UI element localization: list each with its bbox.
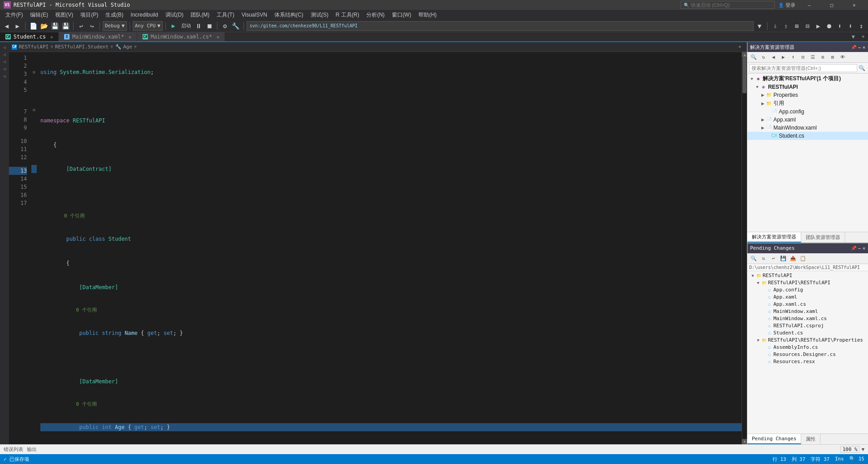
menu-build[interactable]: 生成(B) [102,10,127,20]
editor-nav-project[interactable]: RESTfulAPI [19,44,48,50]
maximize-button[interactable]: □ [821,0,842,10]
run-button[interactable]: ▶ [169,21,178,31]
tab-close-student-cs[interactable]: ✕ [50,35,53,39]
solution-explorer-search-input[interactable] [749,64,857,72]
toolbar-redo[interactable]: ↪ [87,21,97,31]
menu-architecture[interactable]: 体系结构(C) [271,10,307,20]
se-btn-preview[interactable]: 👁 [838,53,847,62]
gutter-icon-4[interactable]: ◁ [1,65,8,72]
menu-tools[interactable]: 工具(T) [213,10,238,20]
tree-item-solution[interactable]: ▼ ■ 解决方案'RESTfulAPI'(1 个项目) [747,74,868,83]
toolbar-save[interactable]: 💾 [50,21,60,31]
tree-item-properties[interactable]: ▶ 📁 Properties [747,91,868,99]
editor-nav-member-label[interactable]: Age [123,44,132,50]
toolbar-extra2[interactable]: ⇧ [781,21,791,31]
gutter-icon-2[interactable]: ◁ [1,51,8,57]
run-label[interactable]: 启动 [179,22,193,29]
scroll-down[interactable]: ▼ [742,439,747,444]
menu-r-tools[interactable]: R 工具(R) [332,10,363,20]
close-button[interactable]: ✕ [844,0,864,10]
output-label[interactable]: 输出 [27,446,37,453]
quick-launch-input[interactable] [691,2,772,8]
debug-config-dropdown[interactable]: Debug ▼ [103,21,127,31]
zoom-dropdown-icon[interactable]: ▼ [861,447,864,452]
stop-button[interactable]: ⏹ [204,21,214,31]
editor-expand-button[interactable]: + [735,43,744,52]
toolbar-open[interactable]: 📂 [39,21,49,31]
se-btn-back[interactable]: ◀ [769,53,778,62]
scroll-up[interactable]: ▲ [742,52,747,57]
p-btn-1[interactable]: 🔍 [749,254,758,263]
editor-nav-class[interactable]: RESTfulAPI.Student [55,44,108,50]
code-area[interactable]: 1 2 3 4 5 7 8 9 10 11 12 13 14 15 16 17 [9,52,747,444]
se-tab-solution[interactable]: 解决方案资源管理器 [747,232,801,243]
zoom-level[interactable]: 100 % [840,446,859,453]
toolbar-more1[interactable]: ⚙ [220,21,230,31]
menu-incredibuild[interactable]: Incredibuild [127,10,161,20]
toolbar-extra7[interactable]: ⬆ [835,21,845,31]
error-list-label[interactable]: 错误列表 [4,446,23,453]
toolbar-extra6[interactable]: ⏺ [824,21,834,31]
se-btn-up[interactable]: ⬆ [789,53,798,62]
p-btn-5[interactable]: 📤 [789,254,798,263]
toolbar-extra1[interactable]: ⇩ [770,21,780,31]
p-btn-2[interactable]: ↻ [759,254,768,263]
pending-item-props-folder[interactable]: ▼ 📁 RESTfulAPI\RESTfulAPI\Properties [747,337,868,344]
p-btn-6[interactable]: 📋 [799,254,807,263]
gutter-icon-5[interactable]: ◁ [1,73,8,79]
pending-item-csproj[interactable]: ◻ RESTfulAPI.csproj [747,322,868,330]
toolbar-extra9[interactable]: ↕ [856,21,866,31]
toolbar-extra8[interactable]: ⬇ [846,21,855,31]
se-tab-team[interactable]: 团队资源管理器 [801,232,845,243]
se-btn-search[interactable]: 🔍 [749,53,758,62]
menu-analyze[interactable]: 分析(N) [363,10,388,20]
se-btn-collapse[interactable]: ⊟ [799,53,807,62]
tab-student-cs[interactable]: C# Student.cs ✕ [0,32,59,41]
se-pin-button[interactable]: 📌 [851,45,856,50]
editor-scrollbar[interactable]: ▲ ▼ [742,52,747,444]
pending-item-appxamlcs[interactable]: ◻ App.xaml.cs [747,301,868,308]
toolbar-extra5[interactable]: ▶ [813,21,823,31]
tab-mainwindow-xaml[interactable]: X MainWindow.xaml* ✕ [59,32,137,41]
scroll-thumb[interactable] [742,57,746,93]
svn-more[interactable]: ▼ [755,21,764,31]
tab-list-button[interactable]: ▼ [848,32,858,41]
menu-help[interactable]: 帮助(H) [415,10,440,20]
p-tab-pending[interactable]: Pending Changes [747,434,801,444]
se-close-button[interactable]: ✕ [863,45,865,50]
menu-debug[interactable]: 调试(D) [162,10,187,20]
pause-button[interactable]: ⏸ [194,21,204,31]
p-btn-4[interactable]: 💾 [779,254,788,263]
tree-item-mainwindow[interactable]: ▶ 📄 MainWindow.xaml [747,124,868,132]
se-minimize-button[interactable]: — [858,45,861,50]
se-btn-refresh[interactable]: ↻ [759,53,768,62]
toolbar-undo[interactable]: ↩ [76,21,86,31]
tree-item-appxaml[interactable]: ▶ 📄 App.xaml [747,116,868,124]
menu-edit[interactable]: 编辑(E) [26,10,52,20]
gutter-icon-3[interactable]: ◁ [1,58,8,65]
pending-item-subfolder[interactable]: ▼ 📁 RESTfulAPI\RESTfulAPI [747,279,868,286]
search-icon[interactable]: 🔍 [857,64,866,72]
tab-mainwindow-xaml-cs[interactable]: C# MainWindow.xaml.cs* ✕ [137,32,225,41]
toolbar-back[interactable]: ◀ [2,21,12,31]
tree-item-project[interactable]: ▼ ◈ RESTfulAPI [747,83,868,91]
p-tab-props[interactable]: 属性 [801,434,820,444]
pending-item-appconfig[interactable]: ◻ App.config [747,286,868,294]
tab-close-mainwindow-xaml-cs[interactable]: ✕ [217,35,219,39]
se-btn-filter[interactable]: ⊞ [828,53,837,62]
toolbar-saveall[interactable]: 💾 [61,21,70,31]
toolbar-new[interactable]: 📄 [28,21,38,31]
pending-item-appxaml[interactable]: ◻ App.xaml [747,294,868,301]
pending-minimize-button[interactable]: — [858,246,861,251]
menu-test[interactable]: 测试(S) [307,10,332,20]
pending-item-resources-resx[interactable]: ◻ Resources.resx [747,358,868,365]
se-btn-show-all[interactable]: ☰ [808,53,817,62]
pending-item-studentcs[interactable]: ◻ Student.cs [747,330,868,337]
pending-pin-button[interactable]: 📌 [851,246,856,251]
tree-item-studentcs[interactable]: C# Student.cs [747,132,868,140]
toolbar-extra4[interactable]: ⊟ [803,21,812,31]
toolbar-forward[interactable]: ▶ [13,21,22,31]
menu-window[interactable]: 窗口(W) [388,10,415,20]
pending-item-assemblyinfo[interactable]: ◻ AssemblyInfo.cs [747,344,868,351]
pending-item-resources-designer[interactable]: ◻ Resources.Designer.cs [747,351,868,358]
